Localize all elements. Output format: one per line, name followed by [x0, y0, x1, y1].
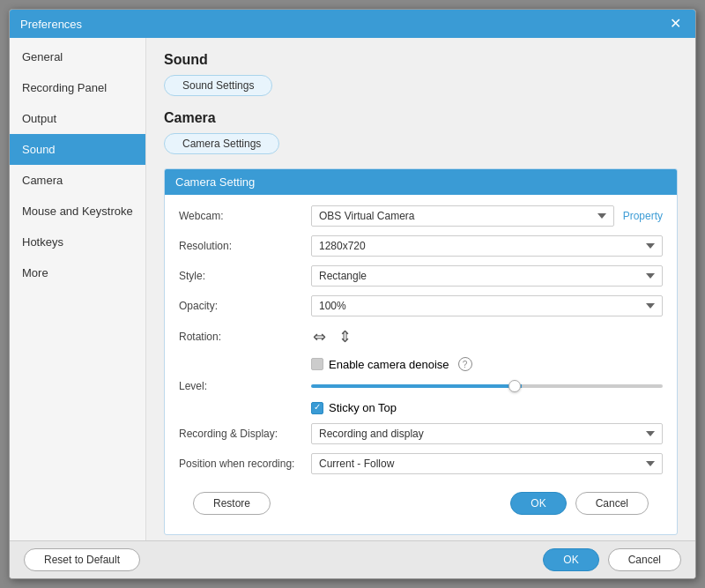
help-icon[interactable]: ? — [458, 357, 472, 371]
position-row: Position when recording: Current - Follo… — [179, 453, 663, 474]
level-label: Level: — [179, 380, 311, 392]
window-title: Preferences — [20, 18, 82, 31]
camera-section-title: Camera — [164, 110, 678, 126]
level-slider-thumb[interactable] — [508, 380, 521, 392]
denoise-control: Enable camera denoise ? — [311, 357, 663, 371]
level-slider-track — [311, 384, 663, 388]
sidebar-item-mouse-keystroke[interactable]: Mouse and Keystroke — [10, 196, 145, 227]
recording-display-row: Recording & Display: Recording and displ… — [179, 423, 663, 444]
denoise-row: Enable camera denoise ? — [179, 357, 663, 371]
recording-display-select[interactable]: Recording and display — [311, 423, 663, 444]
panel-bottom-buttons: Restore OK Cancel — [179, 483, 663, 524]
opacity-select[interactable]: 100% — [311, 295, 663, 316]
sidebar: General Recording Panel Output Sound Cam… — [10, 38, 146, 540]
position-control: Current - Follow — [311, 453, 663, 474]
panel-ok-button[interactable]: OK — [510, 492, 566, 515]
level-row: Level: — [179, 380, 663, 392]
denoise-checkbox-row: Enable camera denoise ? — [311, 357, 472, 371]
flip-horizontal-button[interactable]: ⇔ — [311, 325, 328, 348]
style-label: Style: — [179, 270, 311, 282]
style-control: Rectangle — [311, 265, 663, 287]
title-bar: Preferences ✕ — [10, 10, 695, 38]
sidebar-item-recording-panel[interactable]: Recording Panel — [10, 72, 145, 103]
webcam-row: Webcam: OBS Virtual Camera Property — [179, 205, 663, 227]
sidebar-item-sound[interactable]: Sound — [10, 134, 145, 165]
rotation-row: Rotation: ⇔ ⇕ — [179, 325, 663, 348]
opacity-row: Opacity: 100% — [179, 295, 663, 316]
position-select[interactable]: Current - Follow — [311, 453, 663, 474]
denoise-checkbox[interactable] — [311, 358, 323, 370]
sidebar-item-general[interactable]: General — [10, 41, 145, 72]
resolution-label: Resolution: — [179, 240, 311, 252]
sound-section-title: Sound — [164, 52, 678, 68]
restore-button[interactable]: Restore — [193, 492, 271, 515]
camera-section: Camera Camera Settings — [164, 110, 678, 168]
sound-settings-button[interactable]: Sound Settings — [164, 75, 272, 96]
level-control — [311, 384, 663, 388]
sticky-control: Sticky on Top — [311, 401, 663, 414]
recording-display-control: Recording and display — [311, 423, 663, 444]
sound-section: Sound Sound Settings — [164, 52, 678, 110]
preferences-window: Preferences ✕ General Recording Panel Ou… — [9, 9, 696, 579]
recording-display-label: Recording & Display: — [179, 428, 311, 440]
camera-settings-button[interactable]: Camera Settings — [164, 133, 279, 154]
style-select[interactable]: Rectangle — [311, 265, 663, 287]
footer-ok-button[interactable]: OK — [543, 548, 598, 571]
webcam-select[interactable]: OBS Virtual Camera — [311, 205, 614, 227]
sidebar-item-more[interactable]: More — [10, 257, 145, 288]
ok-cancel-group: OK Cancel — [510, 492, 649, 515]
resolution-row: Resolution: 1280x720 — [179, 235, 663, 257]
rotation-label: Rotation: — [179, 331, 311, 343]
denoise-label: Enable camera denoise — [329, 358, 449, 371]
footer: Reset to Default OK Cancel — [10, 540, 695, 578]
sidebar-item-hotkeys[interactable]: Hotkeys — [10, 227, 145, 257]
panel-body: Webcam: OBS Virtual Camera Property Reso… — [165, 195, 677, 534]
footer-ok-cancel: OK Cancel — [543, 548, 681, 571]
sticky-label: Sticky on Top — [329, 401, 397, 414]
style-row: Style: Rectangle — [179, 265, 663, 287]
main-content: Sound Sound Settings Camera Camera Setti… — [146, 38, 695, 540]
sidebar-item-output[interactable]: Output — [10, 103, 145, 134]
rotation-control: ⇔ ⇕ — [311, 325, 663, 348]
reset-to-default-button[interactable]: Reset to Default — [24, 548, 140, 571]
rotation-controls: ⇔ ⇕ — [311, 325, 353, 348]
slider-container — [311, 384, 663, 388]
close-button[interactable]: ✕ — [666, 17, 685, 31]
sidebar-item-camera[interactable]: Camera — [10, 165, 145, 196]
resolution-control: 1280x720 — [311, 235, 663, 257]
property-link[interactable]: Property — [623, 210, 663, 222]
content-area: General Recording Panel Output Sound Cam… — [10, 38, 695, 540]
panel-cancel-button[interactable]: Cancel — [575, 492, 649, 515]
flip-vertical-button[interactable]: ⇕ — [337, 325, 353, 348]
webcam-control: OBS Virtual Camera Property — [311, 205, 663, 227]
sticky-row: Sticky on Top — [179, 401, 663, 414]
resolution-select[interactable]: 1280x720 — [311, 235, 663, 257]
footer-cancel-button[interactable]: Cancel — [608, 548, 681, 571]
webcam-label: Webcam: — [179, 210, 311, 222]
sticky-checkbox[interactable] — [311, 402, 323, 414]
opacity-control: 100% — [311, 295, 663, 316]
panel-header: Camera Setting — [165, 169, 677, 195]
position-label: Position when recording: — [179, 458, 311, 470]
sticky-checkbox-row: Sticky on Top — [311, 401, 397, 414]
opacity-label: Opacity: — [179, 300, 311, 312]
camera-settings-panel: Camera Setting Webcam: OBS Virtual Camer… — [164, 168, 678, 535]
